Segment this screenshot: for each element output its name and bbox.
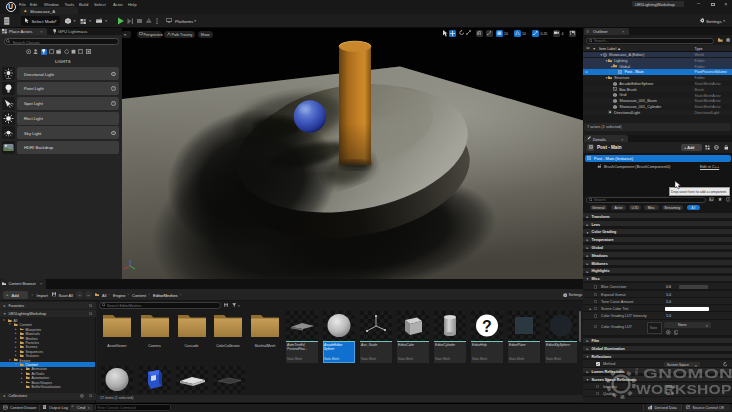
svg-text:?: ?	[482, 317, 492, 334]
svg-text:i: i	[727, 198, 728, 202]
